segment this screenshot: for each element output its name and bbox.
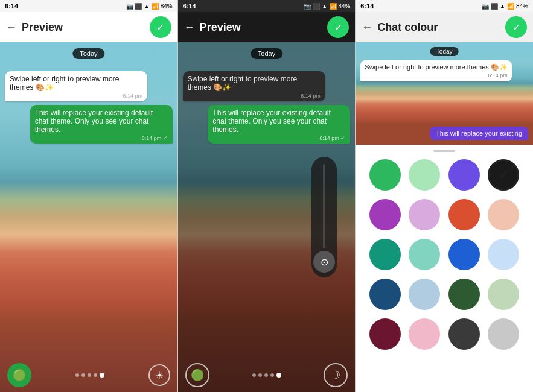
colour-row-4 [365, 279, 523, 310]
dot-1 [252, 373, 256, 377]
colour-blue[interactable] [448, 239, 480, 270]
colour-light-green[interactable] [409, 159, 440, 191]
colour-light-teal[interactable] [409, 239, 440, 270]
chat-bottom-p1: 🟢 ☀ [0, 359, 177, 392]
today-p1: Today [72, 48, 104, 59]
theme-circle-p2[interactable]: 🟢 [185, 363, 209, 387]
bubble-time-sent: 6:14 pm ✓ [35, 135, 168, 141]
colour-row-5 [365, 318, 523, 350]
colour-light-purple[interactable] [409, 199, 440, 230]
status-icons-p2: 📷 ⬛ ▲ 📶 84% [304, 3, 350, 10]
dot-3 [88, 373, 91, 377]
bubble-text: This will replace your existing default … [212, 109, 330, 134]
colour-dark-green[interactable] [448, 279, 480, 310]
status-time-p2: 6:14 [183, 2, 196, 10]
preview-bubble-sent: This will replace your existing [430, 127, 528, 140]
chat-area-p1: Today Swipe left or right to preview mor… [0, 42, 177, 392]
panel-preview-dark: 6:14 📷 ⬛ ▲ 📶 84% ← Preview ✓ Today Swipe… [178, 0, 356, 392]
dot-4 [270, 373, 274, 377]
bubble-sent-p2: This will replace your existing default … [208, 105, 350, 144]
status-icons-p3: 📷 ⬛ ▲ 📶 84% [482, 3, 528, 10]
preview-bubble-received: Swipe left or right to preview more them… [360, 60, 511, 81]
chat-area-p2: Today Swipe left or right to preview mor… [178, 42, 356, 392]
bubble-text: Swipe left or right to preview more them… [188, 75, 297, 92]
bubble-received-p1: Swipe left or right to preview more them… [5, 71, 147, 101]
chat-bottom-p2: 🟢 ☽ [178, 359, 356, 392]
status-icons-p1: 📷 ⬛ ▲ 📶 84% [126, 3, 173, 10]
dot-5-active [100, 373, 104, 378]
chat-bubbles-p1: Swipe left or right to preview more them… [0, 66, 177, 148]
preview-today: Today [430, 47, 459, 56]
colour-light-gray[interactable] [488, 318, 519, 350]
check-button-p2[interactable]: ✓ [327, 16, 349, 38]
bubble-time: 6:14 pm [188, 93, 321, 99]
theme-circle-p1[interactable]: 🟢 [7, 363, 31, 387]
top-bar-p2: ← Preview ✓ [178, 12, 356, 42]
back-button-p3[interactable]: ← [362, 21, 372, 34]
dot-3 [264, 373, 268, 377]
bubble-time: 6:14 pm [10, 93, 142, 99]
title-p2: Preview [200, 21, 328, 34]
dots-p1 [75, 373, 104, 378]
status-time-p1: 6:14 [5, 2, 18, 10]
colour-red-orange[interactable] [448, 199, 480, 230]
top-bar-p3: ← Chat colour ✓ [356, 12, 533, 42]
today-p2: Today [251, 48, 282, 59]
dot-1 [75, 373, 79, 377]
colour-row-1 [365, 159, 523, 191]
back-button-p2[interactable]: ← [184, 21, 195, 34]
panel-chat-colour: 6:14 📷 ⬛ ▲ 📶 84% ← Chat colour ✓ Today S… [356, 0, 533, 392]
back-button-p1[interactable]: ← [6, 21, 17, 34]
status-time-p3: 6:14 [360, 2, 374, 10]
colour-light-blue[interactable] [488, 239, 519, 270]
colour-grid [356, 154, 533, 392]
colour-purple[interactable] [448, 159, 480, 191]
colour-teal[interactable] [369, 239, 401, 270]
sheet-handle [433, 150, 455, 152]
sun-button-p1[interactable]: ☀ [148, 364, 170, 386]
status-bar-panel3: 6:14 📷 ⬛ ▲ 📶 84% [356, 0, 533, 12]
colour-preview: Today Swipe left or right to preview mor… [356, 42, 533, 145]
colour-row-3 [365, 239, 523, 270]
check-button-p3[interactable]: ✓ [505, 16, 527, 38]
colour-maroon[interactable] [369, 318, 401, 350]
colour-powder-blue[interactable] [409, 279, 440, 310]
status-bar-panel1: 6:14 📷 ⬛ ▲ 📶 84% [0, 0, 177, 12]
dots-p2 [252, 373, 281, 378]
title-p1: Preview [22, 21, 150, 34]
bubble-sent-p1: This will replace your existing default … [30, 105, 173, 144]
preview-recv-time: 6:14 pm [365, 72, 507, 78]
preview-recv-text: Swipe left or right to preview more them… [365, 63, 507, 71]
dot-5-active [276, 373, 281, 378]
dot-4 [94, 373, 97, 377]
dot-2 [258, 373, 262, 377]
chat-bubbles-p2: Swipe left or right to preview more them… [178, 66, 356, 148]
colour-green[interactable] [369, 159, 401, 191]
status-bar-panel2: 6:14 📷 ⬛ ▲ 📶 84% [178, 0, 356, 12]
check-button-p1[interactable]: ✓ [150, 16, 171, 38]
colour-row-2 [365, 199, 523, 230]
bubble-received-p2: Swipe left or right to preview more them… [183, 71, 325, 101]
bubble-text: This will replace your existing default … [35, 109, 153, 134]
brightness-track [323, 164, 325, 248]
panel-preview-light: 6:14 📷 ⬛ ▲ 📶 84% ← Preview ✓ Today Swipe… [0, 0, 178, 392]
top-bar-p1: ← Preview ✓ [0, 12, 177, 42]
dot-2 [81, 373, 85, 377]
preview-sent-text: This will replace your existing [436, 130, 522, 137]
colour-peach[interactable] [488, 199, 519, 230]
brightness-slider[interactable]: ⊙ [311, 157, 337, 277]
colour-dark-gray[interactable] [448, 318, 480, 350]
colour-navy[interactable] [369, 279, 401, 310]
brightness-thumb[interactable]: ⊙ [313, 251, 335, 273]
title-p3: Chat colour [377, 21, 505, 34]
bubble-text: Swipe left or right to preview more them… [10, 75, 119, 92]
bubble-time-sent: 6:14 pm ✓ [212, 135, 345, 141]
colour-black-selected[interactable] [488, 159, 519, 191]
colour-pink[interactable] [409, 318, 440, 350]
colour-sage[interactable] [488, 279, 519, 310]
moon-button-p2[interactable]: ☽ [324, 363, 348, 387]
colour-violet[interactable] [369, 199, 401, 230]
